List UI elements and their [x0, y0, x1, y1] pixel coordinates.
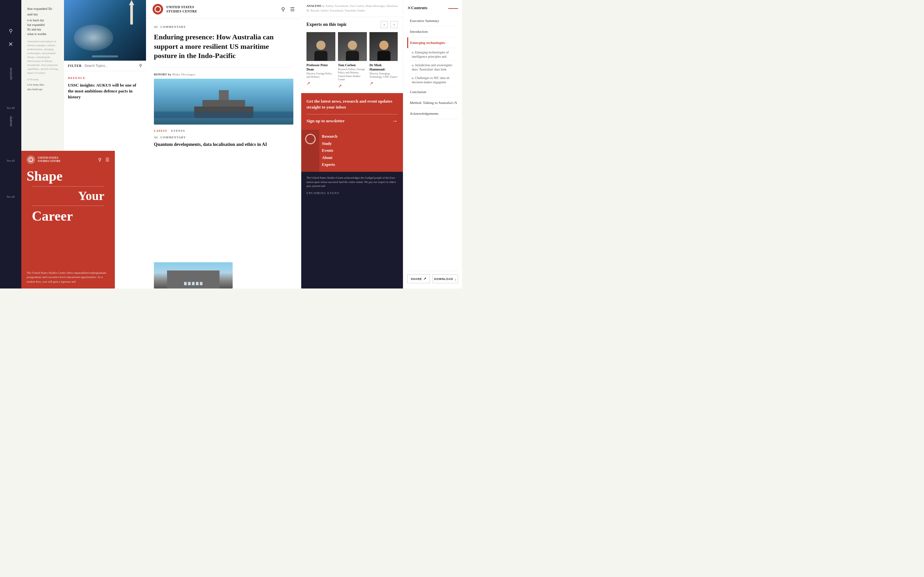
report-section: REPORT by Blake Herzinger LATEST EVENTS … [154, 67, 293, 148]
mobile-hero-shape: Shape [27, 169, 110, 184]
experts-next-btn[interactable]: › [391, 21, 398, 28]
category-tag: DEFENCE [64, 71, 146, 81]
expert-card-2: Tom Corben Research Fellow, Foreign Poli… [338, 32, 367, 89]
mobile-description: The United States Studies Centre offers … [21, 268, 115, 289]
header-search-icon[interactable]: ⚲ [281, 6, 285, 13]
newsletter-title: Get the latest news, research and event … [307, 98, 398, 110]
ship-image [154, 79, 293, 124]
experts-title: Experts on this topic [307, 22, 347, 27]
background-article-text: that expanded IIs and my e to hack myhat… [24, 3, 61, 94]
search-input[interactable] [84, 64, 137, 68]
ussc-logo-icon [153, 4, 163, 15]
expert-card-3: Dr Miah Hammond- Director, Emerging Tech… [370, 32, 398, 89]
experts-header: Experts on this topic ‹ › [307, 21, 398, 28]
experts-prev-btn[interactable]: ‹ [381, 21, 388, 28]
newsletter-section: Get the latest news, research and event … [301, 93, 403, 130]
see-all-link-1[interactable]: See all [6, 106, 15, 110]
toc-title: Contents [411, 6, 428, 10]
toc-sub-item-2[interactable]: a. Jurisdiction and sovereignty: does 'A… [407, 61, 458, 74]
share-label: SHARE [411, 277, 422, 280]
events-tag: EVENTS [171, 129, 185, 132]
mobile-hero-your: Your [27, 189, 110, 203]
report-author[interactable]: Blake Herzinger [172, 73, 195, 76]
tag-ai-2: AI [154, 136, 158, 139]
filter-bar: FILTER ⚲ [64, 61, 146, 71]
main-article-title[interactable]: Enduring presence: How Australia can sup… [154, 32, 293, 61]
toc-item-exec-summary[interactable]: Executive Summary [407, 15, 458, 26]
expert-link-1[interactable]: ↗ [307, 81, 310, 86]
quantum-title[interactable]: Quantum developments, data localisation … [154, 142, 293, 148]
toc-close-icon[interactable]: ✕ [407, 5, 411, 11]
mobile-search-icon[interactable]: ⚲ [98, 157, 102, 163]
toc-footer: SHARE ↗ DOWNLOAD ↓ [407, 271, 458, 283]
expert-name-3: Dr Miah Hammond- [370, 63, 398, 71]
expert-card-1: Professor Peter Dean Director, Foreign P… [307, 32, 335, 89]
toc-item-introduction[interactable]: Introduction [407, 26, 458, 37]
filter-label: FILTER [68, 64, 82, 68]
ussc-logo-area[interactable]: UNITED STATESSTUDIES CENTRE [153, 4, 197, 15]
expert-photo-2 [338, 32, 367, 61]
mobile-divider-1 [32, 186, 104, 187]
toc-item-acknowledgements[interactable]: Acknowledgements [407, 108, 458, 119]
experts-section: Experts on this topic ‹ › Professor Pete… [301, 17, 403, 93]
expert-title-1: Director, Foreign Policy and Defence [307, 72, 335, 79]
newsletter-signup-text[interactable]: Sign up to newsletter [307, 118, 345, 124]
toc-panel: ✕ Contents Executive Summary Introductio… [403, 0, 462, 288]
mobile-card-overlay: UNITED STATESSTUDIES CENTRE ⚲ ☰ Shape Yo… [21, 151, 115, 288]
share-icon: ↗ [423, 277, 426, 281]
research-link-study[interactable]: Study [322, 140, 400, 148]
mobile-menu-icon[interactable]: ☰ [105, 157, 110, 163]
download-icon: ↓ [454, 277, 456, 281]
latest-tag: LATEST [154, 129, 167, 132]
expert-link-3[interactable]: ↗ [370, 81, 373, 86]
toc-item-emerging-tech[interactable]: Emerging technologies [407, 37, 458, 48]
mobile-logo-area[interactable]: UNITED STATESSTUDIES CENTRE [27, 155, 61, 164]
newsletter-signup-row: Sign up to newsletter → [307, 114, 398, 124]
latest-events-bar: LATEST EVENTS [154, 129, 293, 132]
research-link-about[interactable]: About [322, 155, 400, 162]
right-panel: ANALYSIS by Ashley Townshend, Tom Corben… [301, 0, 403, 288]
see-all-link-3[interactable]: See all [6, 195, 15, 198]
toc-item-method[interactable]: Method: Talking to Australia's N [407, 97, 458, 108]
mobile-hero-text: Shape Your Career [21, 169, 115, 268]
toc-items: Executive Summary Introduction Emerging … [407, 15, 458, 119]
article-title: USSC insights: AUKUS will be one of the … [64, 81, 146, 104]
upcoming-event-label: UPCOMING EVENT [307, 192, 398, 195]
article-tags: AI COMMENTARY [154, 25, 293, 29]
research-link-events[interactable]: Events [322, 147, 400, 155]
search-icon[interactable]: ⚲ [9, 28, 13, 34]
toc-sub-item-3[interactable]: a. Challenges to NIC data sh decision-ma… [407, 74, 458, 87]
research-icon-area [301, 130, 319, 172]
mobile-logo-text: UNITED STATESSTUDIES CENTRE [38, 156, 61, 163]
mobile-logo-icon [27, 155, 35, 164]
acknowledgement-section: The United States Studies Centre acknowl… [301, 172, 403, 288]
toc-item-conclusion[interactable]: Conclusion [407, 87, 458, 97]
header-icons: ⚲ ☰ [281, 6, 295, 13]
download-label: DOWNLOAD [434, 277, 453, 280]
sidebar-dark: ⚲ ✕ opinion See all security See all See… [0, 0, 21, 288]
security-label: security [9, 116, 13, 127]
research-link-research[interactable]: Research [322, 133, 400, 140]
expert-title-3: Director, Emerging Technology, USSC Expe… [370, 72, 398, 79]
mobile-divider-2 [32, 206, 104, 206]
tag-commentary-2: COMMENTARY [160, 136, 186, 139]
share-button[interactable]: SHARE ↗ [407, 274, 430, 283]
research-link-experts[interactable]: Experts [322, 161, 400, 169]
newsletter-arrow-icon[interactable]: → [392, 118, 398, 124]
toc-sub-item-1[interactable]: a. Emerging technologies of intelligence… [407, 48, 458, 61]
article-image [64, 0, 146, 61]
ussc-header: UNITED STATESSTUDIES CENTRE ⚲ ☰ [146, 0, 301, 19]
analysis-header: ANALYSIS by Ashley Townshend, Tom Corben… [301, 0, 403, 17]
tag-commentary: COMMENTARY [160, 25, 186, 29]
expert-link-2[interactable]: ↗ [338, 83, 342, 89]
download-button[interactable]: DOWNLOAD ↓ [433, 274, 458, 283]
center-main: UNITED STATESSTUDIES CENTRE ⚲ ☰ AI COMME… [146, 0, 301, 288]
research-spiral-icon [305, 134, 316, 144]
search-icon-small[interactable]: ⚲ [139, 63, 142, 68]
header-menu-icon[interactable]: ☰ [290, 6, 295, 13]
expert-photo-3 [370, 32, 398, 61]
tag-ai: AI [154, 25, 158, 29]
research-links: Research Study Events About Experts [319, 130, 403, 172]
close-icon[interactable]: ✕ [8, 41, 13, 48]
see-all-link-2[interactable]: See all [6, 159, 15, 162]
